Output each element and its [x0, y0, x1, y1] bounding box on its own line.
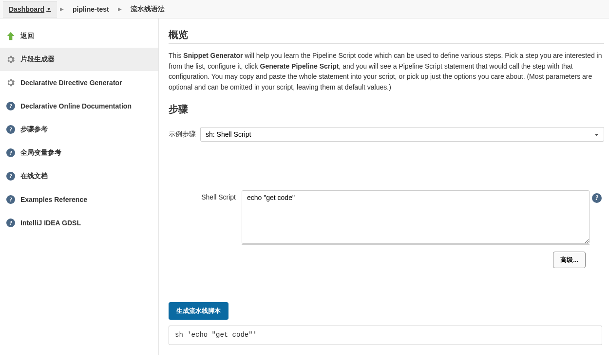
sidebar-item-label: 返回: [20, 32, 34, 40]
sidebar-item-label: Declarative Directive Generator: [20, 79, 122, 87]
sidebar-item-declarative-online-documentation[interactable]: ? Declarative Online Documentation: [0, 94, 158, 118]
chevron-right-icon: ▶: [115, 6, 125, 12]
help-icon: ?: [5, 217, 17, 229]
sample-step-row: 示例步骤 sh: Shell Script: [169, 127, 604, 142]
help-icon[interactable]: ?: [592, 193, 602, 203]
sidebar-item-online-docs[interactable]: ? 在线文档: [0, 164, 158, 188]
main-content: 概览 This Snippet Generator will help you …: [159, 18, 609, 355]
sidebar-item-label: Examples Reference: [20, 196, 87, 203]
sample-step-label: 示例步骤: [169, 127, 200, 139]
breadcrumb: Dashboard ▼ ▶ pipline-test ▶ 流水线语法: [0, 0, 609, 18]
sidebar-item-snippet-generator[interactable]: 片段生成器: [0, 48, 158, 71]
sidebar-item-label: 步骤参考: [20, 125, 48, 134]
sidebar-item-intellij-gdsl[interactable]: ? IntelliJ IDEA GDSL: [0, 211, 158, 235]
advanced-button[interactable]: 高级...: [553, 252, 586, 268]
sidebar-item-step-reference[interactable]: ? 步骤参考: [0, 118, 158, 141]
sample-step-select[interactable]: sh: Shell Script: [200, 127, 604, 142]
help-icon: ?: [5, 194, 17, 205]
shell-script-label: Shell Script: [169, 190, 242, 201]
gear-icon: [5, 77, 17, 89]
sidebar-item-declarative-directive-generator[interactable]: Declarative Directive Generator: [0, 71, 158, 94]
sidebar-item-examples-reference[interactable]: ? Examples Reference: [0, 188, 158, 211]
overview-description: This Snippet Generator will help you lea…: [169, 51, 604, 93]
generated-script-output[interactable]: sh 'echo "get code"': [169, 326, 602, 345]
gear-icon: [5, 54, 17, 65]
chevron-right-icon: ▶: [57, 6, 67, 12]
shell-script-textarea[interactable]: [242, 190, 590, 244]
breadcrumb-current: 流水线语法: [125, 1, 171, 18]
generate-pipeline-script-button[interactable]: 生成流水线脚本: [169, 302, 228, 320]
breadcrumb-dashboard[interactable]: Dashboard ▼: [3, 1, 57, 18]
sidebar-item-label: IntelliJ IDEA GDSL: [20, 219, 81, 227]
overview-heading: 概览: [169, 28, 604, 44]
help-icon: ?: [5, 124, 17, 135]
help-icon: ?: [5, 147, 17, 159]
sidebar-item-label: 全局变量参考: [20, 148, 61, 157]
sidebar-item-label: Declarative Online Documentation: [20, 102, 132, 110]
sidebar-item-label: 片段生成器: [20, 55, 55, 64]
help-icon: ?: [5, 170, 17, 182]
breadcrumb-dashboard-label: Dashboard: [9, 5, 44, 13]
shell-script-row: Shell Script ?: [169, 190, 604, 245]
steps-heading: 步骤: [169, 103, 604, 118]
breadcrumb-job[interactable]: pipline-test: [67, 1, 115, 17]
sidebar: 返回 片段生成器 Declarative Directive Generator…: [0, 18, 159, 355]
sidebar-item-global-variable-reference[interactable]: ? 全局变量参考: [0, 141, 158, 164]
help-icon: ?: [5, 100, 17, 112]
chevron-down-icon: ▼: [46, 6, 51, 12]
arrow-up-icon: [5, 30, 17, 42]
sidebar-item-back[interactable]: 返回: [0, 24, 158, 48]
sidebar-item-label: 在线文档: [20, 172, 48, 181]
